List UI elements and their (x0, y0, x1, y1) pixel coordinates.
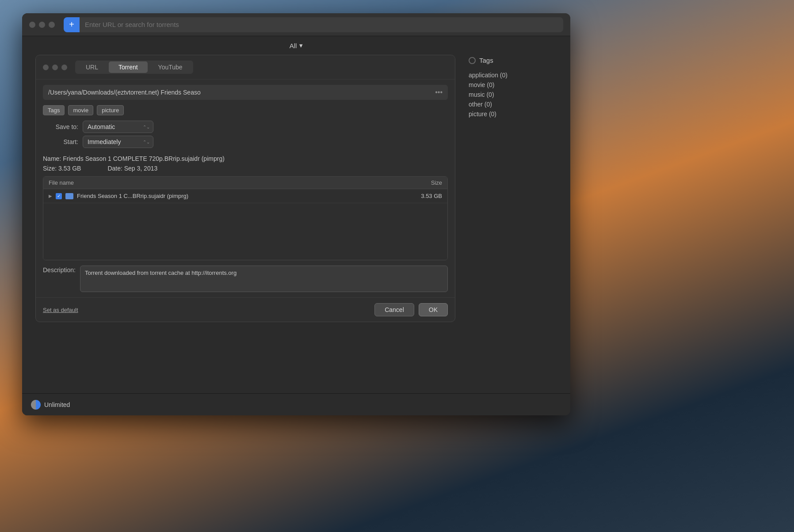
torrent-date: Date: Sep 3, 2013 (107, 165, 157, 172)
speed-icon (31, 400, 41, 410)
dialog-maximize[interactable] (61, 65, 67, 70)
url-bar: + (64, 17, 563, 32)
traffic-lights (29, 22, 55, 28)
save-to-select[interactable]: Automatic (83, 121, 153, 133)
torrent-size: Size: 3.53 GB (43, 165, 81, 172)
expand-arrow-icon[interactable]: ▶ (49, 194, 52, 198)
path-text: /Users/yana/Downloads/(eztvtorrent.net) … (48, 89, 201, 96)
dialog-close[interactable] (43, 65, 49, 70)
chevron-down-icon: ▾ (299, 42, 303, 49)
speed-label: Unlimited (44, 401, 70, 408)
tab-url[interactable]: URL (76, 61, 108, 73)
col-size: Size (431, 179, 442, 186)
save-to-label: Save to: (43, 123, 78, 130)
col-filename: File name (49, 179, 74, 186)
speed-indicator: Unlimited (31, 400, 70, 410)
torrent-meta: Size: 3.53 GB Date: Sep 3, 2013 (43, 165, 448, 172)
tab-youtube[interactable]: YouTube (149, 61, 192, 73)
torrent-name: Name: Friends Season 1 COMPLETE 720p.BRr… (43, 155, 448, 162)
file-table: File name Size ▶ ✓ Friends Season 1 C...… (43, 176, 448, 260)
cancel-button[interactable]: Cancel (374, 303, 414, 316)
bottom-bar: Unlimited (22, 393, 570, 415)
file-table-body: ▶ ✓ Friends Season 1 C...BRrip.sujaidr (… (43, 189, 447, 260)
torrent-info: Name: Friends Season 1 COMPLETE 720p.BRr… (43, 155, 448, 172)
tab-torrent[interactable]: Torrent (109, 61, 148, 73)
table-row: ▶ ✓ Friends Season 1 C...BRrip.sujaidr (… (43, 189, 447, 203)
tags-label: Tags (479, 57, 493, 64)
path-bar: /Users/yana/Downloads/(eztvtorrent.net) … (43, 85, 448, 100)
tags-radio[interactable] (469, 57, 476, 64)
path-menu-button[interactable]: ••• (435, 88, 443, 96)
maximize-button[interactable] (49, 22, 55, 28)
sidebar-item-picture[interactable]: picture (0) (469, 109, 557, 119)
sidebar-item-application[interactable]: application (0) (469, 70, 557, 80)
sidebar-item-other[interactable]: other (0) (469, 99, 557, 109)
start-label: Start: (43, 138, 78, 145)
add-torrent-button[interactable]: + (64, 17, 80, 32)
name-label: Name: (43, 155, 61, 162)
dialog-traffic-lights (43, 65, 67, 70)
sidebar-item-movie[interactable]: movie (0) (469, 80, 557, 90)
name-value: Friends Season 1 COMPLETE 720p.BRrip.suj… (63, 155, 225, 162)
sidebar-tags-header: Tags (469, 57, 557, 64)
date-label: Date: (107, 165, 122, 172)
start-row: Start: Immediately (43, 136, 448, 148)
save-to-row: Save to: Automatic (43, 121, 448, 133)
ok-button[interactable]: OK (419, 303, 448, 316)
tag-picture[interactable]: picture (97, 105, 124, 115)
close-button[interactable] (29, 22, 35, 28)
file-table-header: File name Size (43, 177, 447, 189)
tags-row: Tags movie picture (43, 105, 448, 115)
dialog-tabs: URL Torrent YouTube (36, 55, 455, 80)
add-torrent-dialog: URL Torrent YouTube /Users/yana/Download… (35, 55, 455, 322)
filter-bar: All ▾ (22, 36, 570, 55)
sidebar-item-music[interactable]: music (0) (469, 90, 557, 99)
start-select-wrapper: Immediately (83, 136, 153, 148)
titlebar: + (22, 13, 570, 36)
minimize-button[interactable] (39, 22, 45, 28)
file-name: Friends Season 1 C...BRrip.sujaidr (pimp… (77, 193, 417, 199)
dialog-footer: Set as default Cancel OK (36, 297, 455, 322)
all-filter-dropdown[interactable]: All ▾ (290, 42, 303, 49)
url-input[interactable] (80, 21, 563, 28)
date-value: Sep 3, 2013 (124, 165, 158, 172)
folder-icon (65, 193, 73, 199)
description-row: Description: Torrent downloaded from tor… (43, 266, 448, 292)
size-label: Size: (43, 165, 57, 172)
all-filter-label: All (290, 42, 297, 49)
save-to-select-wrapper: Automatic (83, 121, 153, 133)
tag-movie[interactable]: movie (68, 105, 93, 115)
file-size: 3.53 GB (421, 193, 442, 199)
sidebar: Tags application (0) movie (0) music (0)… (469, 55, 557, 322)
start-select[interactable]: Immediately (83, 136, 153, 148)
file-checkbox[interactable]: ✓ (56, 193, 62, 199)
tab-group: URL Torrent YouTube (75, 61, 193, 74)
description-label: Description: (43, 266, 76, 274)
main-content: URL Torrent YouTube /Users/yana/Download… (22, 55, 570, 331)
size-value: 3.53 GB (58, 165, 81, 172)
footer-buttons: Cancel OK (374, 303, 448, 316)
dialog-minimize[interactable] (52, 65, 58, 70)
main-window: + All ▾ URL Torrent YouTube (22, 13, 570, 415)
set-default-link[interactable]: Set as default (43, 307, 78, 313)
description-value: Torrent downloaded from torrent cache at… (80, 266, 448, 292)
tag-tags[interactable]: Tags (43, 105, 65, 115)
